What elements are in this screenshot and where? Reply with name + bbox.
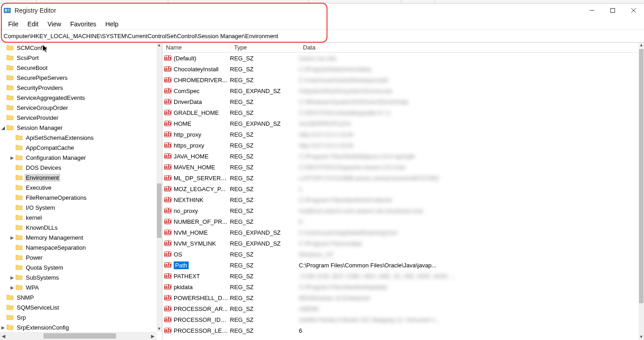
column-type[interactable]: Type bbox=[230, 43, 299, 52]
value-row[interactable]: abhttp_proxyREG_SZhttp://127.0.0.1:3128 bbox=[162, 129, 639, 140]
value-row[interactable]: abDriverDataREG_SZC:\Windows\System32\Dr… bbox=[162, 96, 639, 107]
tree-item[interactable]: DOS Devices bbox=[0, 163, 156, 172]
tree-vertical-scrollbar[interactable]: ▲ ▼ bbox=[156, 43, 162, 332]
value-row[interactable]: abno_proxyREG_SZlocalhost,search.com,sea… bbox=[162, 205, 639, 216]
tree-item[interactable]: SecurityProviders bbox=[0, 83, 156, 93]
tree-item[interactable]: ▶Memory Management bbox=[0, 232, 156, 242]
tree-item[interactable]: ▶SrpExtensionConfig bbox=[0, 322, 156, 332]
scroll-down-icon[interactable]: ▼ bbox=[639, 335, 644, 340]
tree-view[interactable]: SCMConfigScsiPortSecureBootSecurePipeSer… bbox=[0, 43, 156, 332]
menu-view[interactable]: View bbox=[43, 19, 66, 29]
tree-item[interactable]: SCMConfig bbox=[0, 43, 156, 53]
tree-item[interactable]: Srp bbox=[0, 312, 156, 322]
value-row[interactable]: abPROCESSOR_AR...REG_SZAMD64 bbox=[162, 303, 639, 314]
value-row[interactable]: abhttps_proxyREG_SZhttp://127.0.0.1:3128 bbox=[162, 140, 639, 151]
scroll-down-icon[interactable]: ▼ bbox=[156, 326, 162, 332]
string-value-icon: ab bbox=[164, 229, 171, 236]
value-row[interactable]: abChocolateyInstallREG_SZC:\ProgramData\… bbox=[162, 64, 639, 74]
value-row[interactable]: abPathREG_SZC:\Program Files\Common File… bbox=[162, 260, 639, 271]
tree-item[interactable]: Quota System bbox=[0, 262, 156, 272]
tree-item[interactable]: NamespaceSeparation bbox=[0, 242, 156, 252]
value-row[interactable]: abML_DP_SERVER_...REG_SZLAPTOP-CXYG3586.… bbox=[162, 172, 639, 183]
value-row[interactable]: abComSpecREG_EXPAND_SZ%SystemRoot%\syste… bbox=[162, 85, 639, 96]
value-row[interactable]: abMOZ_LEGACY_P...REG_SZ1 bbox=[162, 183, 639, 194]
value-data: http://127.0.0.1:3128 bbox=[299, 131, 639, 138]
value-row[interactable]: abPROCESSOR_LEV...REG_SZ6 bbox=[162, 325, 639, 336]
column-data[interactable]: Data bbox=[299, 43, 644, 52]
tree-item[interactable]: ServiceAggregatedEvents bbox=[0, 93, 156, 103]
expand-icon[interactable]: ▶ bbox=[9, 155, 15, 160]
column-name[interactable]: Name bbox=[162, 43, 230, 52]
tree-item[interactable]: AppCompatCache bbox=[0, 143, 156, 153]
folder-icon bbox=[15, 284, 23, 291]
value-row[interactable]: abNUMBER_OF_PR...REG_SZ8 bbox=[162, 216, 639, 227]
menu-help[interactable]: Help bbox=[101, 19, 123, 29]
values-list[interactable]: ab(Default)REG_SZ(value not set)abChocol… bbox=[162, 53, 639, 340]
scroll-up-icon[interactable]: ▲ bbox=[639, 43, 644, 48]
tree-item[interactable]: SQMServiceList bbox=[0, 302, 156, 312]
tree-item[interactable]: SNMP bbox=[0, 292, 156, 302]
value-type: REG_SZ bbox=[230, 131, 299, 138]
value-row[interactable]: abPOWERSHELL_DI...REG_SZMS\Windows 10 En… bbox=[162, 292, 639, 303]
value-type: REG_EXPAND_SZ bbox=[230, 88, 299, 94]
tree-item[interactable]: ServiceProvider bbox=[0, 113, 156, 123]
tree-item-label: Session Manager bbox=[15, 124, 64, 132]
value-data: C:\Program Files\nodejs bbox=[299, 240, 639, 247]
tree-item-label: ApiSetSchemaExtensions bbox=[24, 134, 95, 142]
scroll-left-icon[interactable]: ◀ bbox=[0, 334, 7, 339]
value-row[interactable]: abNVM_HOMEREG_EXPAND_SZC:\Users\user\App… bbox=[162, 227, 639, 238]
menu-edit[interactable]: Edit bbox=[23, 19, 43, 29]
value-row[interactable]: abNEXTHINKREG_SZC:\Program Files\Nexthin… bbox=[162, 194, 639, 205]
tree-item[interactable]: KnownDLLs bbox=[0, 222, 156, 232]
minimize-button[interactable] bbox=[581, 4, 602, 17]
scroll-thumb[interactable] bbox=[157, 183, 161, 238]
value-row[interactable]: abNVM_SYMLINKREG_EXPAND_SZC:\Program Fil… bbox=[162, 238, 639, 249]
tree-item[interactable]: SecurePipeServers bbox=[0, 73, 156, 83]
tree-item[interactable]: ServiceGroupOrder bbox=[0, 103, 156, 113]
value-name: OS bbox=[174, 251, 230, 258]
tree-item[interactable]: ApiSetSchemaExtensions bbox=[0, 133, 156, 143]
expand-icon[interactable]: ▶ bbox=[9, 275, 15, 280]
menu-favorites[interactable]: Favorites bbox=[66, 19, 101, 29]
value-row[interactable]: abPATHEXTREG_SZ.COM;.EXE;.BAT;.CMD;.VBS;… bbox=[162, 271, 639, 281]
value-row[interactable]: abGRADLE_HOMEREG_SZC:\DEV\TOOLS\builderg… bbox=[162, 107, 639, 118]
value-row[interactable]: abpkidataREG_SZC:\Program Files\Nexthink… bbox=[162, 281, 639, 292]
address-bar[interactable]: Computer\HKEY_LOCAL_MACHINE\SYSTEM\Curre… bbox=[0, 30, 644, 43]
value-row[interactable]: abCHROMEDRIVER...REG_SZC:\Users\user\too… bbox=[162, 74, 639, 85]
value-name: MOZ_LEGACY_P... bbox=[174, 186, 230, 192]
tree-horizontal-scrollbar[interactable]: ◀ ▶ bbox=[0, 332, 156, 340]
tree-item[interactable]: Environment bbox=[0, 172, 156, 182]
tree-item[interactable]: FileRenameOperations bbox=[0, 192, 156, 202]
scroll-right-icon[interactable]: ▶ bbox=[149, 334, 156, 339]
tree-item[interactable]: ▶SubSystems bbox=[0, 272, 156, 282]
value-row[interactable]: abPROCESSOR_IDE...REG_SZIntel64 Family 6… bbox=[162, 314, 639, 325]
expand-icon[interactable]: ▶ bbox=[0, 325, 6, 330]
value-data: (value not set) bbox=[299, 55, 639, 62]
collapse-icon[interactable]: ◢ bbox=[0, 125, 6, 130]
expand-icon[interactable]: ▶ bbox=[9, 235, 15, 240]
string-value-icon: ab bbox=[164, 120, 171, 127]
expand-icon[interactable]: ▶ bbox=[9, 285, 15, 290]
scroll-thumb[interactable] bbox=[639, 49, 644, 303]
tree-item[interactable]: ◢Session Manager bbox=[0, 123, 156, 133]
value-row[interactable]: abOSREG_SZWindows_NT bbox=[162, 249, 639, 260]
tree-item[interactable]: ▶WPA bbox=[0, 282, 156, 292]
scroll-up-icon[interactable]: ▲ bbox=[156, 43, 162, 48]
close-button[interactable] bbox=[623, 4, 644, 17]
value-row[interactable]: abHOMEREG_EXPAND_SZ%USERPROFILE% bbox=[162, 118, 639, 129]
value-row[interactable]: abJAVA_HOMEREG_SZC:\Program Files\RedHat… bbox=[162, 151, 639, 162]
tree-item[interactable]: ▶Configuration Manager bbox=[0, 153, 156, 163]
tree-item[interactable]: kernel bbox=[0, 212, 156, 222]
maximize-button[interactable] bbox=[602, 4, 623, 17]
scroll-thumb[interactable] bbox=[44, 333, 116, 339]
tree-item[interactable]: ScsiPort bbox=[0, 53, 156, 63]
tree-item[interactable]: I/O System bbox=[0, 202, 156, 212]
value-row[interactable]: abMAVEN_HOMEREG_SZC:\DEV\TOOLS\apache-ma… bbox=[162, 162, 639, 172]
list-vertical-scrollbar[interactable]: ▲ ▼ bbox=[639, 43, 644, 340]
tree-item[interactable]: Power bbox=[0, 252, 156, 262]
tree-item[interactable]: Executive bbox=[0, 182, 156, 192]
tree-item[interactable]: SecureBoot bbox=[0, 63, 156, 73]
value-name: ComSpec bbox=[174, 88, 230, 94]
value-row[interactable]: ab(Default)REG_SZ(value not set) bbox=[162, 53, 639, 64]
menu-file[interactable]: File bbox=[4, 19, 23, 29]
